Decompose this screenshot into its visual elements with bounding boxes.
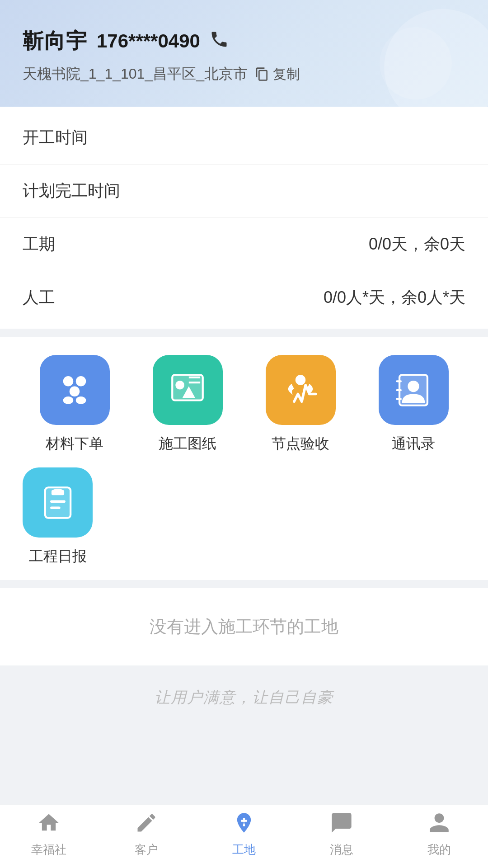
contacts-icon <box>393 370 434 410</box>
nav-customer-label: 客户 <box>135 842 158 858</box>
user-name-row: 靳向宇 176****0490 <box>23 27 465 55</box>
contacts-label: 通讯录 <box>392 434 435 454</box>
svg-point-0 <box>63 376 74 387</box>
message-icon <box>330 811 353 838</box>
slogan: 让用户满意，让自己自豪 <box>0 674 488 722</box>
nav-mine-label: 我的 <box>427 842 451 858</box>
svg-point-2 <box>70 386 80 396</box>
labor-row: 人工 0/0人*天，余0人*天 <box>0 271 488 324</box>
svg-point-8 <box>175 380 184 389</box>
actions-grid: 材料下单 施工图纸 <box>23 355 465 454</box>
daily-label: 工程日报 <box>29 547 87 566</box>
duration-value: 0/0天，余0天 <box>369 233 465 255</box>
header-card: 靳向宇 176****0490 天槐书院_1_1_101_昌平区_北京市 复制 <box>0 0 488 107</box>
drawing-icon <box>167 370 208 410</box>
nav-customer[interactable]: 客户 <box>98 805 195 863</box>
material-label: 材料下单 <box>46 434 103 454</box>
nav-home-label: 幸福社 <box>31 842 66 858</box>
inspection-icon <box>280 370 321 410</box>
copy-button[interactable]: 复制 <box>255 65 300 84</box>
plan-end-row: 计划完工时间 <box>0 165 488 218</box>
nav-home[interactable]: 幸福社 <box>0 805 98 863</box>
empty-state: 没有进入施工环节的工地 <box>0 588 488 665</box>
mine-icon <box>427 811 451 838</box>
svg-point-1 <box>76 376 86 387</box>
action-inspection[interactable]: 节点验收 <box>249 355 352 454</box>
duration-label: 工期 <box>23 233 55 255</box>
nav-message[interactable]: 消息 <box>293 805 390 863</box>
start-time-row: 开工时间 <box>0 111 488 165</box>
svg-point-11 <box>296 375 306 385</box>
customer-icon <box>135 811 158 838</box>
nav-mine[interactable]: 我的 <box>390 805 488 863</box>
svg-rect-20 <box>51 490 64 495</box>
contacts-icon-wrapper <box>379 355 449 425</box>
plan-end-label: 计划完工时间 <box>23 180 120 202</box>
svg-point-3 <box>63 396 74 404</box>
address-text: 天槐书院_1_1_101_昌平区_北京市 <box>23 64 248 84</box>
duration-row: 工期 0/0天，余0天 <box>0 218 488 271</box>
nav-message-label: 消息 <box>330 842 353 858</box>
address-row: 天槐书院_1_1_101_昌平区_北京市 复制 <box>23 64 465 84</box>
svg-point-13 <box>408 380 419 392</box>
phone-icon[interactable] <box>209 29 229 53</box>
bottom-nav: 幸福社 客户 工地 消息 我的 <box>0 805 488 868</box>
material-icon-wrapper <box>40 355 110 425</box>
user-phone: 176****0490 <box>97 30 200 52</box>
svg-point-4 <box>76 396 86 404</box>
drawing-icon-wrapper <box>153 355 223 425</box>
copy-label: 复制 <box>273 65 300 84</box>
actions-card: 材料下单 施工图纸 <box>0 337 488 580</box>
user-name: 靳向宇 <box>23 27 88 55</box>
worksite-icon <box>232 811 256 838</box>
action-contacts[interactable]: 通讯录 <box>361 355 465 454</box>
empty-text: 没有进入施工环节的工地 <box>150 617 338 636</box>
svg-rect-19 <box>50 506 61 509</box>
actions-row2: 工程日报 <box>23 467 465 566</box>
drawing-label: 施工图纸 <box>159 434 216 454</box>
inspection-icon-wrapper <box>266 355 336 425</box>
nav-worksite-label: 工地 <box>232 842 256 858</box>
action-material[interactable]: 材料下单 <box>23 355 127 454</box>
material-icon <box>54 370 95 410</box>
daily-icon <box>38 482 78 523</box>
inspection-label: 节点验收 <box>272 434 329 454</box>
labor-label: 人工 <box>23 287 55 309</box>
svg-rect-18 <box>50 500 66 503</box>
daily-icon-wrapper <box>23 467 93 538</box>
info-card: 开工时间 计划完工时间 工期 0/0天，余0天 人工 0/0人*天，余0人*天 <box>0 107 488 329</box>
action-drawing[interactable]: 施工图纸 <box>136 355 239 454</box>
home-icon <box>37 811 61 838</box>
nav-worksite[interactable]: 工地 <box>195 805 293 863</box>
action-daily[interactable]: 工程日报 <box>23 467 93 566</box>
start-time-label: 开工时间 <box>23 127 88 149</box>
labor-value: 0/0人*天，余0人*天 <box>324 287 465 309</box>
